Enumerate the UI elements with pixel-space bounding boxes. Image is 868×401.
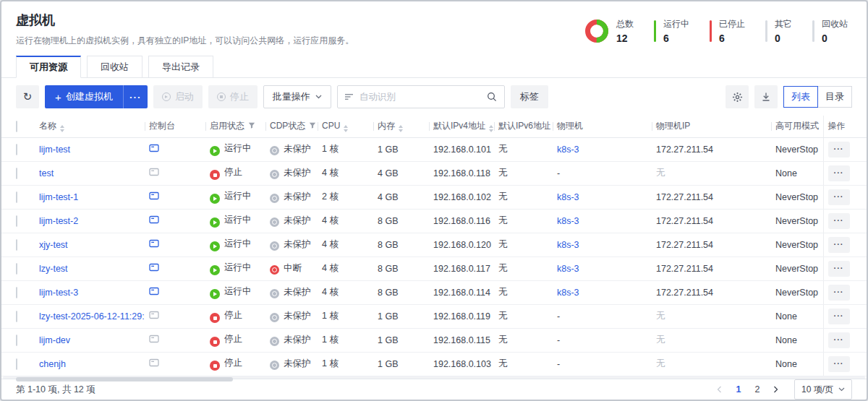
console-icon[interactable]	[149, 358, 159, 368]
host-link[interactable]: -	[557, 335, 560, 345]
filter-icon[interactable]	[248, 122, 255, 129]
select-all-checkbox[interactable]	[16, 121, 17, 132]
sort-icon[interactable]	[344, 125, 348, 132]
tab[interactable]: 可用资源	[16, 56, 81, 78]
row-actions-button[interactable]: ···	[828, 285, 850, 301]
host-link[interactable]: k8s-3	[557, 264, 579, 274]
page-number-button[interactable]: 1	[731, 381, 746, 398]
power-status-icon	[210, 170, 220, 180]
prev-page-button[interactable]	[712, 381, 728, 398]
row-actions-button[interactable]: ···	[828, 165, 850, 181]
console-icon[interactable]	[149, 310, 159, 320]
power-status-label: 运行中	[224, 262, 252, 272]
vm-name-link[interactable]: lijm-dev	[39, 335, 70, 345]
next-page-button[interactable]	[768, 381, 784, 398]
cdp-status-label: 未保护	[284, 335, 311, 345]
export-button[interactable]	[754, 85, 778, 108]
vm-name-link[interactable]: lijm-test-1	[39, 192, 78, 202]
page-size-select[interactable]: 10 项/页	[794, 379, 852, 400]
row-actions-button[interactable]: ···	[828, 332, 850, 348]
tab-label: 回收站	[101, 61, 129, 74]
console-icon[interactable]	[149, 262, 159, 272]
console-icon[interactable]	[149, 334, 159, 344]
tag-button[interactable]: 标签	[511, 85, 548, 108]
row-actions-button[interactable]: ···	[828, 261, 850, 277]
header-actions: 操作	[823, 116, 867, 137]
host-link[interactable]: -	[557, 311, 560, 322]
stat-item-value: 6	[663, 33, 689, 44]
search-input[interactable]	[359, 92, 481, 102]
view-list-option[interactable]: 列表	[783, 86, 818, 108]
scrollbar-thumb[interactable]	[16, 377, 233, 381]
stat-item: 运行中 6	[654, 18, 689, 44]
tab[interactable]: 导出记录	[148, 56, 213, 78]
vm-name-link[interactable]: lijm-test	[39, 145, 70, 155]
row-actions-button[interactable]: ···	[828, 237, 850, 253]
row-checkbox[interactable]	[16, 335, 17, 346]
console-icon[interactable]	[149, 215, 159, 225]
row-checkbox[interactable]	[16, 239, 17, 251]
cpu-cell: 4 核	[318, 256, 373, 280]
host-link[interactable]: k8s-3	[557, 216, 579, 226]
stat-item-label: 其它	[775, 18, 792, 30]
header-cdp-status: CDP状态	[265, 116, 318, 137]
row-actions-button[interactable]: ···	[828, 213, 850, 229]
cpu-cell: 1 核	[318, 137, 373, 161]
batch-actions-dropdown[interactable]: 批量操作	[263, 85, 331, 108]
power-status-label: 停止	[224, 334, 242, 344]
row-checkbox[interactable]	[16, 168, 17, 179]
row-actions-button[interactable]: ···	[828, 356, 850, 372]
host-link[interactable]: -	[557, 359, 560, 369]
host-link[interactable]: k8s-3	[557, 192, 579, 202]
vm-name-link[interactable]: lzy-test-2025-06-12-11:29:00	[39, 311, 145, 322]
cpu-cell: 4 核	[318, 280, 373, 304]
console-icon[interactable]	[149, 167, 159, 177]
row-checkbox[interactable]	[16, 287, 17, 298]
row-checkbox[interactable]	[16, 215, 17, 227]
row-checkbox[interactable]	[16, 191, 17, 203]
console-icon[interactable]	[149, 191, 159, 201]
sort-icon[interactable]	[489, 125, 493, 132]
pagination: 12 10 项/页	[712, 379, 852, 400]
console-icon[interactable]	[149, 143, 159, 153]
row-checkbox[interactable]	[16, 263, 17, 275]
row-actions-button[interactable]: ···	[828, 189, 850, 205]
cpu-cell: 4 核	[318, 233, 373, 256]
search-icon[interactable]	[487, 92, 497, 102]
host-link[interactable]: k8s-3	[557, 288, 579, 298]
filter-icon[interactable]	[309, 122, 316, 129]
host-link[interactable]: -	[557, 168, 560, 178]
vm-name-link[interactable]: xjy-test	[39, 240, 68, 250]
row-actions-button[interactable]: ···	[828, 142, 850, 158]
create-vm-button[interactable]: + 创建虚拟机	[45, 85, 123, 108]
power-status-icon	[210, 194, 220, 204]
tab[interactable]: 回收站	[87, 56, 142, 78]
view-catalog-option[interactable]: 目录	[817, 86, 852, 108]
ipv6-cell: 无	[494, 185, 553, 209]
sort-icon[interactable]	[60, 125, 64, 132]
vm-name-link[interactable]: lzy-test	[39, 264, 68, 274]
page-number-button[interactable]: 2	[749, 381, 765, 398]
host-link[interactable]: k8s-3	[557, 145, 579, 155]
console-icon[interactable]	[149, 286, 159, 296]
create-vm-more-button[interactable]: ···	[123, 85, 148, 108]
start-button[interactable]: 启动	[153, 85, 203, 108]
header-ha-mode: 高可用模式	[771, 116, 823, 137]
vm-name-link[interactable]: lijm-test-2	[39, 216, 78, 226]
vm-name-link[interactable]: test	[39, 168, 54, 178]
sort-icon[interactable]	[399, 125, 403, 132]
row-checkbox[interactable]	[16, 311, 17, 322]
vm-name-link[interactable]: lijm-test-3	[39, 288, 78, 298]
header-cpu: CPU	[318, 116, 373, 137]
refresh-button[interactable]: ↻	[16, 85, 39, 108]
vm-name-link[interactable]: chenjh	[39, 359, 66, 369]
host-link[interactable]: k8s-3	[557, 240, 579, 250]
row-checkbox[interactable]	[16, 144, 17, 155]
column-settings-button[interactable]	[726, 85, 749, 108]
row-actions-button[interactable]: ···	[828, 309, 850, 324]
stat-color-bar	[710, 20, 712, 42]
stop-button[interactable]: 停止	[208, 85, 258, 108]
memory-cell: 8 GB	[373, 233, 429, 256]
console-icon[interactable]	[149, 238, 159, 249]
row-checkbox[interactable]	[16, 358, 17, 370]
